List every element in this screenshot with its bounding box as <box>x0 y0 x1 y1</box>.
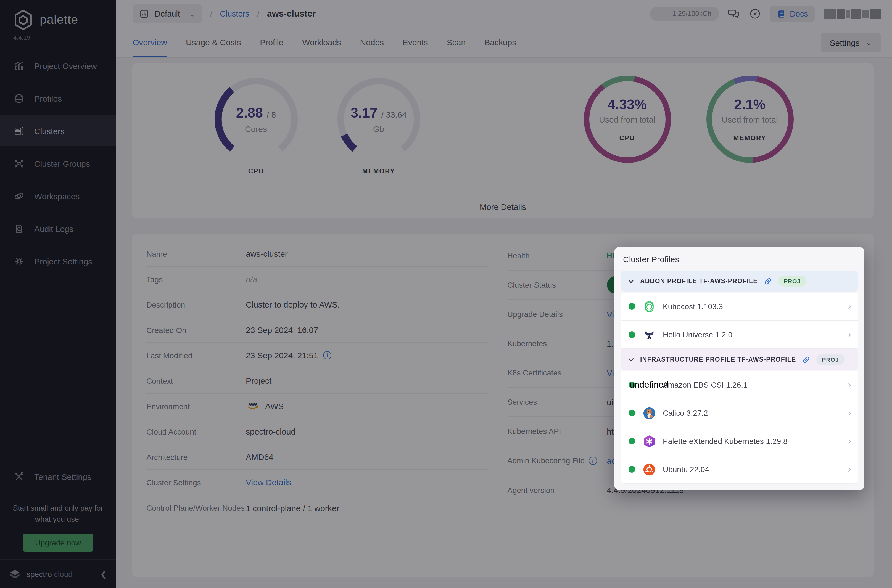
cluster-profiles-panel: Cluster Profiles ADDON PROFILE TF-AWS-PR… <box>614 247 864 490</box>
profile-pack-kubecost-1-103-3[interactable]: Kubecost 1.103.3› <box>621 292 858 321</box>
profile-section-header[interactable]: INFRASTRUCTURE PROFILE TF-AWS-PROFILEPRO… <box>621 349 858 370</box>
pack-name: Amazon EBS CSI 1.26.1 <box>663 380 748 389</box>
profile-section-title: ADDON PROFILE TF-AWS-PROFILE <box>640 278 758 284</box>
profile-pack-amazon-ebs-csi-1-26-1[interactable]: undefinedAmazon EBS CSI 1.26.1› <box>621 371 858 399</box>
hello-universe-icon <box>642 327 656 342</box>
chevron-right-icon: › <box>848 464 851 475</box>
chevron-right-icon: › <box>848 379 851 390</box>
link-icon <box>763 276 773 286</box>
panel-title: Cluster Profiles <box>621 255 858 270</box>
scope-badge: PROJ <box>778 276 806 286</box>
status-dot <box>629 466 635 472</box>
chevron-down-icon <box>628 278 635 285</box>
app-window: palette 4.4.19 Project OverviewProfilesC… <box>0 0 892 588</box>
chevron-right-icon: › <box>848 301 851 312</box>
chevron-right-icon: › <box>848 329 851 340</box>
chevron-right-icon: › <box>848 408 851 418</box>
profile-pack-hello-universe-1-2-0[interactable]: Hello Universe 1.2.0› <box>621 321 858 349</box>
pack-name: Calico 3.27.2 <box>663 409 708 417</box>
kubecost-icon <box>642 299 656 314</box>
profile-pack-calico-3-27-2[interactable]: Calico 3.27.2› <box>621 399 858 428</box>
pack-name: Palette eXtended Kubernetes 1.29.8 <box>663 437 787 446</box>
profile-sections: ADDON PROFILE TF-AWS-PROFILEPROJKubecost… <box>621 270 858 484</box>
pack-name: Hello Universe 1.2.0 <box>663 330 732 339</box>
profile-pack-palette-extended-kubernetes-1-29-8[interactable]: Palette eXtended Kubernetes 1.29.8› <box>621 428 858 456</box>
status-dot <box>629 438 635 444</box>
status-dot <box>629 331 635 338</box>
status-dot <box>629 303 635 310</box>
scope-badge: PROJ <box>816 354 844 365</box>
profile-pack-ubuntu-22-04[interactable]: Ubuntu 22.04› <box>621 456 858 484</box>
pack-name: Ubuntu 22.04 <box>663 465 709 474</box>
chevron-down-icon <box>628 356 635 363</box>
pack-name: Kubecost 1.103.3 <box>663 302 723 311</box>
status-dot <box>629 410 635 416</box>
ubuntu-icon <box>642 462 656 477</box>
chevron-right-icon: › <box>848 436 851 447</box>
aws-icon: undefined <box>642 378 656 392</box>
profile-section-header[interactable]: ADDON PROFILE TF-AWS-PROFILEPROJ <box>621 270 858 291</box>
pxk-icon <box>642 434 656 448</box>
profile-section-title: INFRASTRUCTURE PROFILE TF-AWS-PROFILE <box>640 356 796 363</box>
calico-icon <box>642 406 656 420</box>
link-icon <box>802 355 811 364</box>
